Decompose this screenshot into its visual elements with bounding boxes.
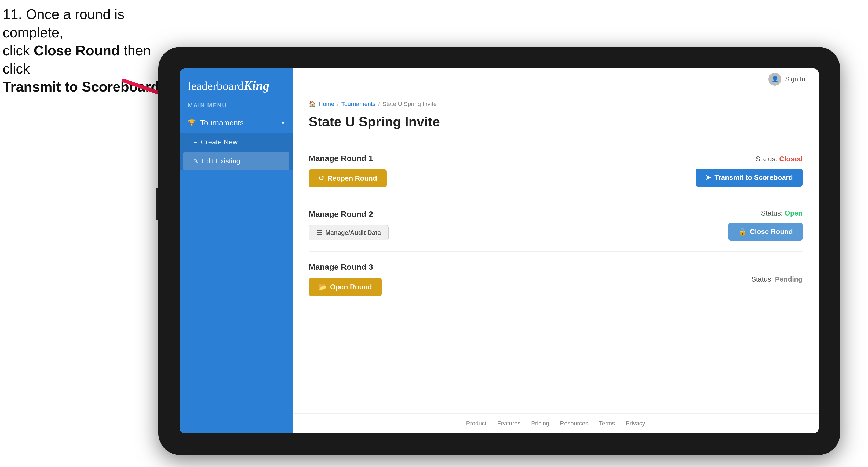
page-title: State U Spring Invite — [309, 114, 803, 130]
edit-existing-label: Edit Existing — [202, 157, 240, 165]
instruction-text: 11. Once a round is complete, click Clos… — [3, 5, 169, 96]
plus-icon: + — [193, 138, 197, 146]
main-menu-label: MAIN MENU — [180, 99, 292, 113]
sidebar-tournaments-label: Tournaments — [200, 119, 244, 127]
round-2-status: Status: Open — [761, 209, 803, 217]
reopen-icon: ↺ — [318, 174, 324, 183]
round-1-status: Status: Closed — [755, 155, 803, 163]
main-content: 👤 Sign In 🏠 Home / Tournaments / State U… — [292, 68, 818, 433]
reopen-round-button[interactable]: ↺ Reopen Round — [309, 169, 387, 187]
tablet-device: leaderboardKing MAIN MENU 🏆 Tournaments … — [158, 47, 840, 455]
footer-privacy[interactable]: Privacy — [626, 420, 645, 427]
sidebar-logo: leaderboardKing — [180, 68, 292, 99]
sign-in-label[interactable]: Sign In — [785, 75, 805, 83]
round-2-section: Manage Round 2 ☰ Manage/Audit Data Statu… — [309, 198, 803, 252]
round-3-title: Manage Round 3 — [309, 262, 382, 272]
round-1-section: Manage Round 1 ↺ Reopen Round Status: Cl… — [309, 143, 803, 198]
breadcrumb-home[interactable]: Home — [318, 101, 334, 107]
breadcrumb-sep-2: / — [378, 101, 380, 107]
avatar: 👤 — [768, 73, 781, 86]
round-1-title: Manage Round 1 — [309, 154, 387, 163]
top-header: 👤 Sign In — [292, 68, 818, 90]
round-3-section: Manage Round 3 📂 Open Round Status: Pend… — [309, 252, 803, 307]
round-1-status-value: Closed — [779, 155, 803, 163]
round-3-status: Status: Pending — [751, 275, 803, 283]
close-round-button[interactable]: 🔒 Close Round — [728, 223, 803, 241]
footer-features[interactable]: Features — [497, 420, 520, 427]
transmit-to-scoreboard-button[interactable]: ➤ Transmit to Scoreboard — [696, 168, 803, 187]
create-new-label: Create New — [201, 138, 238, 146]
open-round-button[interactable]: 📂 Open Round — [309, 278, 382, 296]
breadcrumb: 🏠 Home / Tournaments / State U Spring In… — [309, 101, 803, 107]
footer-resources[interactable]: Resources — [560, 420, 588, 427]
sidebar-navigation: 🏆 Tournaments ▾ + Create New ✎ E — [180, 113, 292, 433]
sidebar-item-create-new[interactable]: + Create New — [180, 133, 292, 151]
breadcrumb-icon: 🏠 — [309, 101, 316, 107]
trophy-icon: 🏆 — [188, 119, 196, 127]
sign-in-area[interactable]: 👤 Sign In — [768, 73, 805, 86]
folder-icon: 📂 — [318, 283, 327, 291]
tablet-screen: leaderboardKing MAIN MENU 🏆 Tournaments … — [180, 68, 818, 433]
app-logo: leaderboardKing — [188, 78, 284, 93]
sidebar-item-edit-existing[interactable]: ✎ Edit Existing — [183, 152, 289, 170]
round-3-status-value: Pending — [775, 275, 803, 283]
footer-product[interactable]: Product — [466, 420, 486, 427]
breadcrumb-current: State U Spring Invite — [382, 101, 437, 107]
breadcrumb-sep-1: / — [337, 101, 339, 107]
chevron-down-icon: ▾ — [282, 119, 284, 126]
round-2-status-value: Open — [785, 209, 803, 217]
lock-icon: 🔒 — [738, 227, 747, 236]
sidebar-item-tournaments[interactable]: 🏆 Tournaments ▾ — [180, 113, 292, 133]
round-2-title: Manage Round 2 — [309, 210, 389, 219]
breadcrumb-tournaments[interactable]: Tournaments — [341, 101, 375, 107]
edit-icon: ✎ — [193, 158, 198, 165]
manage-audit-data-button[interactable]: ☰ Manage/Audit Data — [309, 225, 389, 241]
transmit-icon: ➤ — [705, 174, 711, 182]
page-body: 🏠 Home / Tournaments / State U Spring In… — [292, 90, 818, 413]
footer-pricing[interactable]: Pricing — [531, 420, 549, 427]
footer-terms[interactable]: Terms — [599, 420, 615, 427]
audit-icon: ☰ — [316, 229, 322, 237]
sidebar-sub-menu: + Create New ✎ Edit Existing — [180, 133, 292, 170]
sidebar: leaderboardKing MAIN MENU 🏆 Tournaments … — [180, 68, 292, 433]
page-footer: Product Features Pricing Resources Terms… — [292, 413, 818, 433]
